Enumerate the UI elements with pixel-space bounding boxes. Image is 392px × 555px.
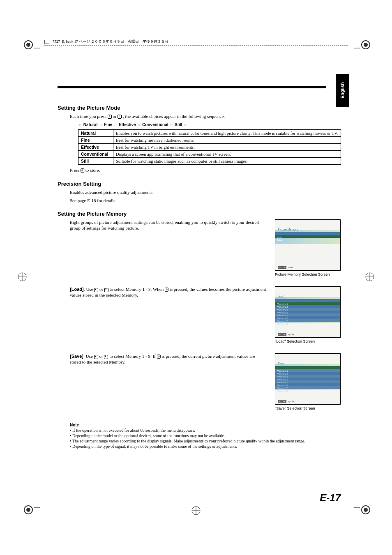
load-desc: [Load]: Use or to select Memory 1 - 8. W… [70,286,267,298]
screen-load: Load Memory 1 Memory 2 Memory 3 Memory 4… [275,286,343,343]
table-row: ConventionalDisplays a screen approximat… [78,151,341,158]
enter-icon [165,288,168,292]
caption-2: "Load" Selection Screen [275,339,343,343]
list-item: Depending on the type of signal, it may … [70,444,343,449]
crop-mark [364,271,376,284]
screen-picture-memory: Picture Memory Load Save ENTERnext Pictu… [275,219,343,276]
table-row: EffectiveBest for watching TV in bright … [78,144,341,151]
note-list: If the operation is not executed for abo… [70,428,343,449]
picture-mode-intro: Each time you press or , the available c… [70,113,343,119]
note-section: Note If the operation is not executed fo… [58,423,343,449]
heading-precision: Precision Setting [58,181,343,187]
crop-mark [354,39,371,53]
save-desc: [Save]: Use or to select Memory 1 - 8. I… [70,353,267,365]
down-icon [104,355,108,359]
crop-mark [190,505,202,518]
dotted-rule [44,45,348,46]
svg-point-7 [26,508,30,512]
enter-icon [81,168,84,173]
crop-mark [16,271,28,284]
svg-point-11 [364,508,368,512]
svg-point-1 [26,43,30,47]
memory-intro: Eight groups of picture adjustment setti… [70,219,267,231]
crop-mark [354,504,371,518]
crop-mark [23,39,40,53]
divider-bar [58,86,326,88]
down-icon [104,288,108,292]
press-store: Press to store. [70,167,343,173]
heading-memory: Setting the Picture Memory [58,211,343,217]
header-text: 7527_E. book 17 ページ ２００６年９月５日 火曜日 午後９時３５… [53,39,168,44]
list-item: If the operation is not executed for abo… [70,428,343,433]
page-number: E-17 [320,492,341,504]
mode-sequence: ↔ Natural ↔ Fine ↔ Effective ↔ Conventio… [78,122,343,127]
page-content: Setting the Picture Mode Each time you p… [58,105,343,449]
precision-line1: Enables advanced picture quality adjustm… [70,189,343,195]
crop-mark [23,504,40,518]
up-icon [94,288,98,292]
language-tab-label: English [340,82,345,99]
heading-picture-mode: Setting the Picture Mode [58,105,343,111]
precision-line2: See page E-18 for details. [70,198,343,203]
list-item: The adjustment range varies according to… [70,439,343,443]
screen-save: Save Memory 1 Memory 2 Memory 3 Memory 4… [275,353,343,410]
table-row: StillSuitable for watching static images… [78,158,341,165]
list-item: Depending on the model or the optional d… [70,433,343,438]
left-icon [108,115,112,119]
book-icon [44,40,49,44]
caption-3: "Save" Selection Screen [275,406,343,410]
up-icon [94,355,98,359]
caption-1: Picture Memory Selection Screen [275,272,343,276]
note-title: Note [70,423,343,427]
language-tab: English [336,74,349,107]
svg-point-5 [364,43,368,47]
table-row: FineBest for watching movies in darkened… [78,137,341,144]
enter-icon [157,355,161,359]
right-icon [118,115,122,119]
table-row: NaturalEnables you to watch pictures wit… [78,130,341,137]
mode-table: NaturalEnables you to watch pictures wit… [78,129,341,165]
